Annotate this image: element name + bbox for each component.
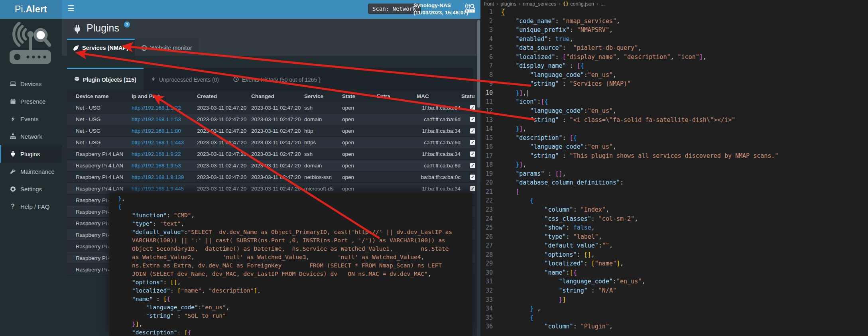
table-row[interactable]: Net - USGhttp://192.168.1.1:222023-03-11… [67,102,475,114]
sidebar-item-settings[interactable]: Settings [0,180,62,198]
status-checkbox[interactable]: ✓ [470,163,475,168]
code-line: "localized": ["name", "description"], [118,287,472,295]
table-row[interactable]: Raspberry Pi 4 LANhttp://192.168.1.9:139… [67,171,475,183]
breadcrumb-item-front[interactable]: front [484,1,494,7]
scrollbar-thumb[interactable] [477,20,480,108]
line-number: 26 [480,232,501,242]
ip-port-link[interactable]: http://192.168.1.9:53 [132,163,181,169]
breadcrumb-label: nmap_services [523,1,556,7]
status-checkbox[interactable]: ✓ [470,128,475,134]
cell-ip-port: http://192.168.1.1:443 [132,140,197,145]
breadcrumb-item-nmap-services[interactable]: nmap_services [523,1,556,7]
sidebar-item-label: Network [20,133,42,140]
column-header-status[interactable]: Status [461,93,475,99]
tab-website-monitor[interactable]: Website monitor [135,39,199,56]
status-checkbox[interactable]: ✓ [470,140,475,145]
column-header-mac[interactable]: MAC [417,93,461,99]
line-number: 2 [480,17,501,26]
page-scrollbar[interactable] [477,0,480,336]
cell-service: netbios-ssn [304,174,342,180]
cell-ip-port: http://192.168.1.9:445 [132,186,197,192]
sidebar-item-network[interactable]: Network [0,128,62,145]
line-number: 6 [480,53,501,62]
code-line-content: "icon":[{ [501,97,868,106]
breadcrumb-item-config-json[interactable]: {}config.json [563,1,594,7]
line-number: 29 [480,259,501,268]
app-brand[interactable]: Pi.Alert [0,0,62,19]
breadcrumb-item-[interactable]: ... [600,1,604,7]
sidebar-item-plugins[interactable]: Plugins [0,145,62,163]
code-line: 18 }], [480,160,868,169]
ip-port-link[interactable]: http://192.168.1.1:22 [132,105,181,111]
json-braces-icon: {} [563,1,569,7]
vscode-editor[interactable]: front›plugins›nmap_services›{}config.jso… [480,0,868,336]
code-line: 9 "string" : "Services (NMAP)" [480,79,868,88]
table-row[interactable]: Net - USGhttp://192.168.1.1:4432023-03-1… [67,137,475,148]
scan-status-badge: Scan: Network [368,4,421,14]
code-line: "options": [], [118,278,472,287]
menu-icon[interactable]: ☰ [67,4,75,13]
line-number: 13 [480,116,501,125]
column-header-state[interactable]: State [342,93,377,99]
code-line: 32 "string" : "N/A" [480,286,868,295]
subtab-events-history-50-out-of-1265[interactable]: Events History (50 out of 1265 ) [226,68,328,90]
ip-port-link[interactable]: http://192.168.1.1:443 [132,140,184,145]
status-checkbox[interactable]: ✓ [470,117,475,122]
code-line: "description": [{ [118,328,472,336]
sidebar-item-help-faq[interactable]: ?Help / FAQ [0,198,62,215]
code-line: 6 "localized": ["display_name", "descrip… [480,53,868,62]
column-header-created[interactable]: Created [197,93,251,99]
ip-port-link[interactable]: http://192.168.1.1:53 [132,116,181,122]
subtab-plugin-objects-115[interactable]: Plugin Objects (115) [67,68,144,90]
sidebar-item-maintenance[interactable]: Maintenance [0,163,62,180]
ip-port-link[interactable]: http://192.168.1.9:22 [132,151,181,157]
status-checkbox[interactable]: ✓ [470,105,475,110]
ip-port-link[interactable]: http://192.168.1.9:139 [132,174,184,180]
cell-device-name: Net - USG [76,128,132,134]
code-line: 24 "css_classes": "col-sm-2", [480,214,868,224]
code-line-content: { [501,196,868,205]
code-line-content: }], [501,88,868,98]
column-header-ip-and-port[interactable]: Ip and Port [132,93,197,99]
line-number: 30 [480,268,501,277]
code-line-content: "string" : "<i class=\"fa-solid fa-satel… [501,116,868,125]
cell-created: 2023-03-11 02:47:20 [197,163,251,169]
code-line-content: "column": "Plugin", [501,322,868,331]
ip-port-link[interactable]: http://192.168.1.9:445 [132,186,184,192]
breadcrumb-item-plugins[interactable]: plugins [500,1,516,7]
code-line: 29 "localized": ["name"], [480,259,868,268]
sidebar-item-label: Settings [20,186,42,193]
line-number: 12 [480,106,501,116]
plugin-tabs: Services (NMAP)Website monitor [67,39,199,56]
ip-port-link[interactable]: http://192.168.1.1:80 [132,128,181,134]
code-line-content: "string" : "Services (NMAP)" [501,79,868,88]
sidebar-item-presence[interactable]: Presence [0,92,62,110]
code-line-content: "localized": ["name"], [501,259,868,268]
status-checkbox[interactable]: ✓ [470,186,475,191]
code-line-content: "database_column_definitions": [501,178,868,187]
sidebar-item-events[interactable]: Events [0,110,62,128]
code-line-content: "options": [], [501,250,868,259]
help-badge[interactable]: ? [124,22,130,28]
table-row[interactable]: Raspberry Pi 4 LANhttp://192.168.1.9:532… [67,160,475,171]
subtab-unprocessed-events-0[interactable]: Unprocessed Events (0) [144,68,226,90]
column-header-service[interactable]: Service [304,93,342,99]
table-row[interactable]: Net - USGhttp://192.168.1.1:532023-03-11… [67,114,475,125]
status-checkbox[interactable]: ✓ [470,175,475,180]
code-line: VARCHAR(100)) || ':' || cast( SUBSTR(ns.… [118,236,472,245]
cell-status: ✓ [461,175,475,180]
code-line: as Watched_Value2, 'null' as Watched_Val… [118,253,472,261]
cell-state: open [342,140,377,145]
cell-changed: 2023-03-11 02:47:20 [251,174,304,180]
column-header-device-name[interactable]: Device name [76,93,132,99]
line-number: 17 [480,151,501,161]
column-header-extra[interactable]: Extra [377,93,417,99]
line-number: 20 [480,178,501,187]
status-checkbox[interactable]: ✓ [470,151,475,157]
table-row[interactable]: Raspberry Pi 4 LANhttp://192.168.1.9:222… [67,148,475,160]
sidebar-item-devices[interactable]: Devices [0,75,62,92]
cell-mac: ca:ff:ff:ca:ba:6d [417,116,461,122]
table-row[interactable]: Net - USGhttp://192.168.1.1:802023-03-11… [67,125,475,137]
column-header-changed[interactable]: Changed [251,93,304,99]
tab-services-nmap[interactable]: Services (NMAP) [67,39,135,56]
